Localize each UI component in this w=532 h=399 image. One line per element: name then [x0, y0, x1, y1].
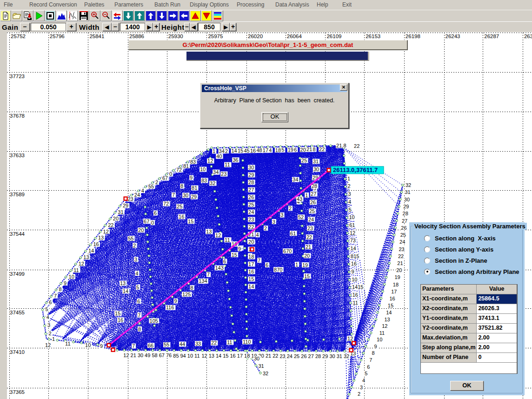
- gain-value[interactable]: 0.050: [31, 23, 66, 31]
- svg-text:24: 24: [134, 192, 140, 198]
- width-value[interactable]: 1400: [120, 23, 145, 31]
- menu-item-help[interactable]: Help: [317, 1, 328, 8]
- open-folder-button[interactable]: [11, 10, 22, 21]
- svg-text:76: 76: [166, 352, 172, 358]
- svg-text:14: 14: [123, 288, 128, 294]
- blue-down-arrow-button[interactable]: [156, 10, 167, 21]
- width-left-button[interactable]: ◀: [102, 23, 112, 31]
- svg-text:55: 55: [148, 184, 154, 189]
- menu-item-exit[interactable]: Exit: [342, 1, 352, 8]
- red-up-triangle-button[interactable]: [190, 10, 201, 21]
- svg-text:20: 20: [396, 267, 402, 273]
- menu-item-data-analysis[interactable]: Data Analysis: [275, 1, 309, 8]
- svg-text:33: 33: [195, 341, 201, 346]
- svg-text:26: 26: [401, 225, 406, 231]
- svg-text:14: 14: [88, 248, 94, 253]
- menu-item-display-options[interactable]: Display Options: [190, 1, 229, 8]
- zoom-out-button[interactable]: [100, 10, 112, 21]
- wiggle-trace-icon: [68, 11, 77, 20]
- blue-right-arrow-button[interactable]: [167, 10, 179, 21]
- gain-minus-button[interactable]: –: [20, 23, 30, 31]
- svg-text:7: 7: [172, 192, 175, 198]
- radio-option-3[interactable]: Section in Z-Plane: [424, 257, 487, 264]
- blue-up-arrow-button[interactable]: [145, 10, 156, 21]
- param-value-cell[interactable]: 2.00: [477, 333, 517, 343]
- param-value-cell[interactable]: 2.00: [477, 343, 517, 353]
- svg-text:15: 15: [238, 148, 243, 153]
- svg-text:12: 12: [201, 353, 207, 359]
- dialog-close-button[interactable]: ✕: [340, 84, 347, 91]
- play-button[interactable]: [33, 10, 45, 21]
- svg-text:13: 13: [120, 280, 126, 286]
- param-value-cell[interactable]: 0: [477, 353, 517, 363]
- svg-text:61: 61: [349, 222, 355, 228]
- svg-text:16: 16: [351, 261, 357, 266]
- svg-text:13: 13: [209, 353, 214, 359]
- svg-text:9: 9: [190, 175, 193, 180]
- menu-item-batch-run[interactable]: Batch Run: [154, 1, 180, 8]
- width-right-button[interactable]: ▶: [146, 23, 153, 31]
- height-plus-button[interactable]: +: [230, 23, 236, 31]
- red-down-triangle-icon: [202, 11, 211, 20]
- red-down-triangle-button[interactable]: [201, 10, 212, 21]
- stop-record-button[interactable]: [45, 10, 56, 21]
- panel-ok-button[interactable]: OK: [450, 381, 484, 391]
- menu-item-record-conversion[interactable]: Record Conversion: [29, 1, 77, 8]
- svg-text:31: 31: [313, 159, 319, 164]
- blue-left-arrow-button[interactable]: [179, 10, 190, 21]
- new-report-button[interactable]: [0, 10, 11, 21]
- param-value-cell[interactable]: 37413.1: [477, 314, 517, 324]
- height-left-button[interactable]: ◀: [190, 23, 198, 31]
- height-right-button[interactable]: ▶: [222, 23, 230, 31]
- radio-option-4[interactable]: Section along Arbitrary Plane: [424, 268, 519, 275]
- teal-up-arrow-button[interactable]: [134, 10, 145, 21]
- height-minus-button[interactable]: –: [184, 23, 190, 31]
- svg-text:16: 16: [230, 353, 236, 359]
- teal-up-arrow-icon: [135, 11, 144, 20]
- svg-text:1: 1: [347, 176, 350, 181]
- save-disk-button[interactable]: [78, 10, 89, 21]
- svg-text:12: 12: [45, 342, 51, 348]
- table-row-step-along-plane-m: Step along plane,m2.00: [421, 343, 517, 353]
- menu-item-palettes[interactable]: Palettes: [84, 1, 104, 8]
- teal-down-arrow-button[interactable]: [123, 10, 134, 21]
- radio-dot: [426, 271, 428, 273]
- radio-label: Section along X-axis: [435, 235, 496, 242]
- save-export-button[interactable]: [22, 10, 33, 21]
- dialog-message: Arbitrary Plane of Section has been crea…: [200, 97, 348, 104]
- menu-item-parameters[interactable]: Parameters: [114, 1, 143, 8]
- svg-text:23: 23: [221, 171, 226, 177]
- param-value-cell[interactable]: 26026.3: [477, 304, 517, 314]
- svg-text:670: 670: [283, 248, 292, 254]
- radio-button[interactable]: [424, 258, 430, 264]
- menu-item-file[interactable]: File: [4, 1, 13, 8]
- radio-button[interactable]: [424, 246, 430, 253]
- svg-text:9: 9: [352, 269, 354, 274]
- menu-item-processing[interactable]: Processing: [237, 1, 264, 8]
- svg-text:27: 27: [402, 218, 407, 224]
- wiggle-trace-button[interactable]: [67, 10, 78, 21]
- svg-text:11: 11: [225, 162, 230, 167]
- svg-text:81: 81: [192, 185, 197, 191]
- param-value-cell[interactable]: 25864.5: [477, 294, 517, 304]
- palette-bars-button[interactable]: [212, 10, 223, 21]
- param-value-cell[interactable]: 37521.82: [477, 324, 517, 333]
- svg-text:26113.0,37611.7: 26113.0,37611.7: [333, 166, 378, 173]
- dialog-ok-button[interactable]: OK: [261, 112, 288, 122]
- radio-button[interactable]: [424, 269, 430, 275]
- svg-text:12: 12: [382, 323, 387, 329]
- radio-button[interactable]: [424, 235, 430, 241]
- width-plus-button[interactable]: +: [153, 23, 160, 31]
- svg-text:29: 29: [248, 172, 254, 178]
- svg-text:6: 6: [154, 210, 157, 216]
- zoom-in-button[interactable]: [89, 10, 100, 21]
- dialog-title-bar[interactable]: CrossHole_VSP: [202, 85, 347, 92]
- gain-plus-button[interactable]: +: [66, 23, 76, 31]
- radio-option-2[interactable]: Section along Y-axis: [424, 246, 493, 253]
- radio-option-1[interactable]: Section along X-axis: [424, 235, 496, 241]
- histogram-button[interactable]: [56, 10, 67, 21]
- height-value[interactable]: 850: [198, 23, 220, 31]
- swap-arrows-button[interactable]: [112, 10, 123, 21]
- width-minus-button[interactable]: –: [112, 23, 119, 31]
- svg-text:30: 30: [138, 352, 143, 358]
